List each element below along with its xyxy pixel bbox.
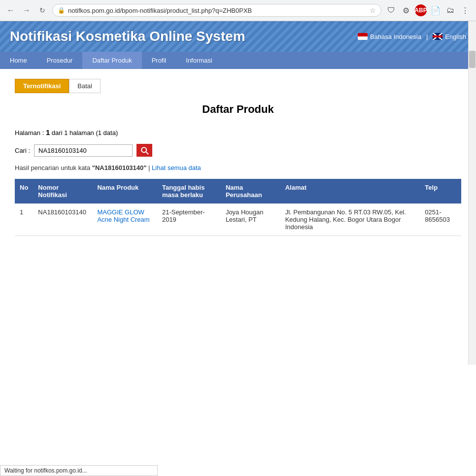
- toolbar-icons: 🛡 ⚙ ABP 📄 🗂 ⋮: [385, 4, 471, 16]
- site-header: Notifikasi Kosmetika Online System Bahas…: [10, 29, 466, 44]
- table-header: No Nomor Notifikasi Nama Produk Tanggal …: [15, 179, 461, 204]
- menu-icon[interactable]: ⋮: [459, 4, 471, 16]
- page-title: Daftar Produk: [15, 103, 461, 116]
- browser-toolbar: ← → ↻ 🔒 ☆ 🛡 ⚙ ABP 📄 🗂 ⋮: [0, 0, 476, 21]
- lang-id-button[interactable]: Bahasa Indonesia: [358, 33, 421, 40]
- pagination-current: 1: [46, 128, 50, 136]
- site-title: Notifikasi Kosmetika Online System: [10, 29, 245, 44]
- col-tanggal: Tanggal habis masa berlaku: [157, 179, 221, 204]
- ternotifikasi-button[interactable]: Ternotifikasi: [15, 79, 69, 93]
- extension-icon-4[interactable]: 📄: [430, 4, 442, 16]
- see-all-link[interactable]: Lihat semua data: [152, 164, 201, 171]
- result-prefix: Hasil pencarian untuk kata: [15, 164, 92, 171]
- product-link[interactable]: MAGGIE GLOW Acne Night Cream: [97, 208, 149, 223]
- back-button[interactable]: ←: [5, 4, 17, 16]
- scrollbar-track[interactable]: [468, 21, 476, 365]
- cell-nomor-notifikasi: NA18160103140: [33, 204, 92, 236]
- table-row: 1 NA18160103140 MAGGIE GLOW Acne Night C…: [15, 204, 461, 236]
- pagination-info: Halaman : 1 dari 1 halaman (1 data): [15, 128, 461, 136]
- lang-en-button[interactable]: English: [433, 33, 466, 40]
- cell-telp: 0251-8656503: [420, 204, 461, 236]
- lang-id-label[interactable]: Bahasa Indonesia: [370, 33, 421, 40]
- search-input[interactable]: [34, 144, 133, 157]
- cell-nama-produk: MAGGIE GLOW Acne Night Cream: [92, 204, 157, 236]
- pagination-total: dari 1 halaman (1 data): [52, 129, 118, 136]
- content-area: Ternotifikasi Batal Daftar Produk Halama…: [0, 69, 476, 365]
- cell-tanggal: 21-September-2019: [157, 204, 221, 236]
- cell-no: 1: [15, 204, 33, 236]
- site-header-wrapper: Notifikasi Kosmetika Online System Bahas…: [0, 21, 476, 52]
- search-keyword-display: "NA18160103140": [92, 164, 147, 171]
- flag-id-icon: [358, 33, 368, 40]
- extension-icon-3[interactable]: ABP: [415, 4, 427, 16]
- lock-icon: 🔒: [58, 7, 65, 14]
- search-button[interactable]: [136, 144, 152, 157]
- nav-item-prosedur[interactable]: Prosedur: [37, 52, 83, 69]
- cell-nama-perusahaan: Joya Hougan Lestari, PT: [221, 204, 280, 236]
- refresh-button[interactable]: ↻: [36, 4, 48, 16]
- search-icon: [139, 145, 149, 155]
- lang-divider: |: [426, 33, 428, 40]
- bookmark-icon[interactable]: ☆: [370, 6, 376, 14]
- product-table: No Nomor Notifikasi Nama Produk Tanggal …: [15, 179, 461, 236]
- result-text: Hasil pencarian untuk kata "NA1816010314…: [15, 164, 461, 171]
- nav-item-profil[interactable]: Profil: [142, 52, 176, 69]
- pagination-prefix: Halaman :: [15, 129, 46, 136]
- url-input[interactable]: [68, 7, 367, 14]
- address-bar: 🔒 ☆: [52, 4, 381, 17]
- filter-buttons: Ternotifikasi Batal: [15, 79, 461, 93]
- batal-button[interactable]: Batal: [69, 79, 101, 93]
- extension-icon-1[interactable]: 🛡: [385, 4, 397, 16]
- col-no: No: [15, 179, 33, 204]
- col-nama-produk: Nama Produk: [92, 179, 157, 204]
- search-label: Cari :: [15, 147, 30, 154]
- table-header-row: No Nomor Notifikasi Nama Produk Tanggal …: [15, 179, 461, 204]
- col-telp: Telp: [420, 179, 461, 204]
- lang-switcher: Bahasa Indonesia | English: [358, 33, 466, 40]
- col-alamat: Alamat: [280, 179, 420, 204]
- nav-bar: Home Prosedur Daftar Produk Profil Infor…: [0, 52, 476, 69]
- nav-item-home[interactable]: Home: [0, 52, 37, 69]
- nav-item-informasi[interactable]: Informasi: [176, 52, 222, 69]
- col-nama-perusahaan: Nama Perusahaan: [221, 179, 280, 204]
- nav-item-daftar-produk[interactable]: Daftar Produk: [82, 52, 141, 69]
- forward-button[interactable]: →: [21, 4, 33, 16]
- page-wrapper: Notifikasi Kosmetika Online System Bahas…: [0, 21, 476, 365]
- browser-chrome: ← → ↻ 🔒 ☆ 🛡 ⚙ ABP 📄 🗂 ⋮: [0, 0, 476, 21]
- lang-en-label[interactable]: English: [445, 33, 466, 40]
- table-body: 1 NA18160103140 MAGGIE GLOW Acne Night C…: [15, 204, 461, 236]
- extension-icon-2[interactable]: ⚙: [400, 4, 412, 16]
- search-row: Cari :: [15, 144, 461, 157]
- col-nomor-notifikasi: Nomor Notifikasi: [33, 179, 92, 204]
- extension-icon-5[interactable]: 🗂: [444, 4, 456, 16]
- scrollbar-thumb[interactable]: [469, 51, 476, 68]
- cell-alamat: Jl. Pembangunan No. 5 RT.03 RW.05, Kel. …: [280, 204, 420, 236]
- flag-uk-icon: [433, 33, 442, 40]
